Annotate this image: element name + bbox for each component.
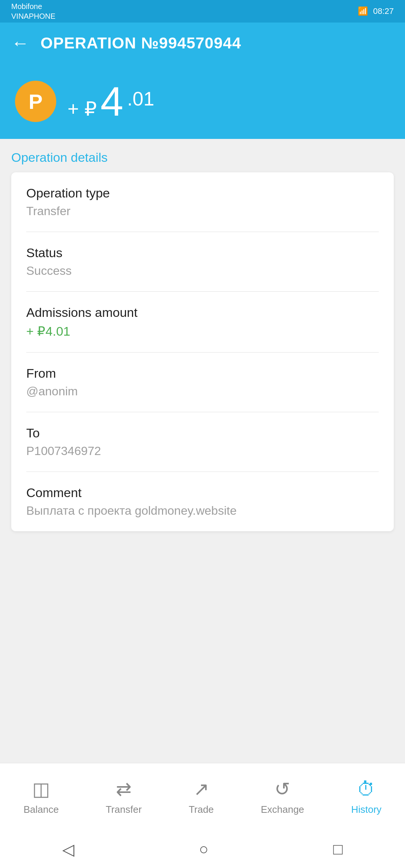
- detail-value: Transfer: [26, 204, 379, 218]
- history-nav-label: History: [351, 804, 381, 815]
- detail-row: Admissions amount+ ₽4.01: [26, 292, 379, 353]
- nav-item-trade[interactable]: ↗Trade: [181, 775, 221, 819]
- status-bar: Mobifone VINAPHONE 📶 08:27: [0, 0, 405, 23]
- signal-icon: 📶: [358, 6, 368, 16]
- android-nav-bar: ◁ ○ □: [0, 830, 405, 868]
- detail-value: Success: [26, 264, 379, 278]
- carrier2: VINAPHONE: [11, 11, 56, 21]
- detail-row: StatusSuccess: [26, 232, 379, 292]
- balance-nav-label: Balance: [24, 804, 59, 815]
- trade-icon: ↗: [194, 778, 209, 800]
- exchange-nav-label: Exchange: [261, 804, 304, 815]
- detail-row: From@anonim: [26, 353, 379, 412]
- amount-header: P + ₽ 4 .01: [0, 64, 405, 139]
- detail-label: Operation type: [26, 186, 379, 200]
- recents-nav-button[interactable]: □: [333, 840, 342, 858]
- trade-nav-label: Trade: [189, 804, 214, 815]
- detail-label: From: [26, 366, 379, 381]
- nav-item-transfer[interactable]: ⇄Transfer: [98, 775, 149, 819]
- nav-item-history[interactable]: ⏱History: [344, 775, 389, 819]
- back-button[interactable]: ←: [11, 34, 29, 52]
- amount-decimal: .01: [127, 87, 154, 110]
- bottom-nav: ◫Balance⇄Transfer↗Trade↺Exchange⏱History: [0, 763, 405, 830]
- detail-value: P1007346972: [26, 444, 379, 458]
- detail-row: CommentВыплата с проекта goldmoney.websi…: [26, 472, 379, 531]
- nav-item-balance[interactable]: ◫Balance: [16, 775, 66, 819]
- home-nav-button[interactable]: ○: [199, 840, 208, 858]
- carrier-info: Mobifone VINAPHONE: [11, 2, 56, 21]
- transfer-icon: ⇄: [116, 778, 132, 800]
- history-icon: ⏱: [357, 778, 376, 800]
- detail-label: Status: [26, 246, 379, 260]
- transfer-nav-label: Transfer: [106, 804, 142, 815]
- content-area: Operation details Operation typeTransfer…: [0, 139, 405, 531]
- amount-main: 4: [100, 81, 123, 122]
- amount-prefix: + ₽: [68, 98, 97, 120]
- detail-value: @anonim: [26, 384, 379, 398]
- carrier1: Mobifone: [11, 2, 56, 11]
- nav-item-exchange[interactable]: ↺Exchange: [253, 775, 312, 819]
- amount-icon-label: P: [28, 89, 42, 114]
- detail-row: Operation typeTransfer: [26, 172, 379, 232]
- section-title: Operation details: [11, 150, 394, 165]
- amount-display: + ₽ 4 .01: [68, 81, 154, 122]
- detail-label: Admissions amount: [26, 305, 379, 320]
- amount-icon: P: [15, 81, 56, 122]
- top-bar: ← OPERATION №994570944: [0, 23, 405, 64]
- details-card: Operation typeTransferStatusSuccessAdmis…: [11, 172, 394, 531]
- detail-label: To: [26, 426, 379, 440]
- back-nav-button[interactable]: ◁: [62, 840, 74, 859]
- time-display: 08:27: [373, 6, 394, 16]
- page-title: OPERATION №994570944: [40, 34, 241, 52]
- exchange-icon: ↺: [274, 778, 290, 800]
- detail-value: Выплата с проекта goldmoney.website: [26, 504, 379, 518]
- status-icons: 📶 08:27: [358, 6, 394, 16]
- detail-label: Comment: [26, 485, 379, 500]
- detail-value: + ₽4.01: [26, 324, 379, 339]
- detail-row: ToP1007346972: [26, 412, 379, 472]
- balance-icon: ◫: [32, 778, 50, 800]
